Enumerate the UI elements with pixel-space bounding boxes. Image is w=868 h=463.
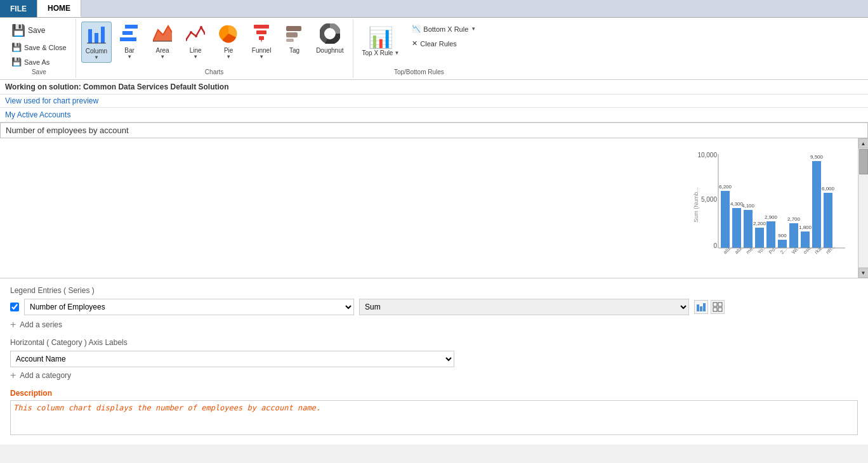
pie-chart-icon <box>219 23 238 47</box>
svg-marker-18 <box>261 40 262 42</box>
chart-type-column-button[interactable]: Column ▼ <box>81 22 112 63</box>
top-x-rule-label: Top X Rule ▼ <box>362 49 400 56</box>
add-category-label: Add a category <box>20 371 71 380</box>
save-button[interactable]: 💾 Save <box>8 22 70 39</box>
scroll-track[interactable] <box>859 149 868 267</box>
series-grid-icon-btn[interactable] <box>711 300 725 314</box>
description-textarea[interactable]: This column chart displays the number of… <box>10 400 858 435</box>
svg-rect-36 <box>766 221 775 248</box>
series-bar-chart-icon-btn[interactable] <box>694 300 708 314</box>
svg-rect-2 <box>101 27 105 43</box>
bottom-x-rule-icon: 📉 <box>412 25 421 33</box>
svg-rect-4 <box>125 25 138 29</box>
scroll-down-button[interactable]: ▼ <box>858 268 869 278</box>
tab-home[interactable]: HOME <box>37 0 81 17</box>
chart-preview: 10,000 5,000 0 Sum (Numb... 6,200 4,300 … <box>0 138 858 278</box>
series-checkbox[interactable] <box>10 303 19 311</box>
active-accounts-text: My Active Accounts <box>5 110 70 119</box>
scroll-thumb[interactable] <box>859 149 868 174</box>
svg-point-10 <box>190 31 192 34</box>
area-chart-icon <box>153 23 172 47</box>
bottom-x-rule-button[interactable]: 📉 Bottom X Rule ▼ <box>408 23 480 35</box>
chart-type-pie-button[interactable]: Pie ▼ <box>213 22 244 62</box>
solution-bar: Working on solution: Common Data Service… <box>0 80 868 95</box>
view-text: View used for chart preview <box>5 96 98 105</box>
svg-text:4,100: 4,100 <box>742 203 755 209</box>
svg-rect-32 <box>744 210 753 248</box>
line-chart-icon <box>186 23 205 47</box>
bar-dropdown-arrow: ▼ <box>127 54 132 60</box>
category-field-select[interactable]: Account Name <box>10 351 454 367</box>
active-accounts-bar[interactable]: My Active Accounts <box>0 108 868 122</box>
clear-rules-icon: ✕ <box>412 39 418 48</box>
svg-text:6,000: 6,000 <box>822 186 835 192</box>
bar-chart-icon <box>120 23 139 47</box>
funnel-label: Funnel <box>252 47 272 54</box>
svg-rect-44 <box>812 161 821 248</box>
area-label: Area <box>156 47 169 54</box>
svg-text:1,800: 1,800 <box>799 225 812 230</box>
area-dropdown-arrow: ▼ <box>160 54 165 60</box>
svg-rect-28 <box>721 191 730 248</box>
doughnut-label: Doughnut <box>316 47 343 54</box>
bottom-panel: Legend Entries ( Series ) Number of Empl… <box>0 278 868 445</box>
tab-file[interactable]: FILE <box>0 0 37 17</box>
svg-rect-63 <box>713 303 717 306</box>
series-field-select[interactable]: Number of Employees <box>24 299 354 315</box>
svg-point-23 <box>326 30 334 37</box>
svg-point-12 <box>200 26 202 29</box>
chart-type-funnel-button[interactable]: Funnel ▼ <box>246 22 277 62</box>
svg-rect-66 <box>718 308 722 311</box>
line-label: Line <box>190 47 202 54</box>
doughnut-chart-icon <box>320 23 340 47</box>
line-dropdown-arrow: ▼ <box>193 54 198 60</box>
add-series-row[interactable]: + Add a series <box>10 319 858 330</box>
save-close-button[interactable]: 💾 Save & Close <box>8 41 70 54</box>
svg-rect-62 <box>703 303 706 311</box>
svg-rect-20 <box>286 32 298 37</box>
chart-type-doughnut-button[interactable]: Doughnut <box>312 22 347 56</box>
save-close-icon: 💾 <box>11 42 22 52</box>
save-as-icon: 💾 <box>11 57 22 67</box>
view-bar[interactable]: View used for chart preview <box>0 95 868 108</box>
column-chart-icon <box>87 24 106 48</box>
funnel-chart-icon <box>252 23 271 47</box>
legend-entries-label: Legend Entries ( Series ) <box>10 286 858 295</box>
add-series-label: Add a series <box>20 320 62 329</box>
save-group-label: Save <box>8 68 70 75</box>
description-label: Description <box>10 389 858 398</box>
bar-label: Bar <box>124 47 135 54</box>
svg-rect-1 <box>95 33 98 43</box>
pie-dropdown-arrow: ▼ <box>226 54 231 60</box>
svg-rect-5 <box>122 31 133 35</box>
chart-title-bar: Number of employees by account <box>0 122 868 138</box>
svg-rect-61 <box>700 306 702 311</box>
top-x-rule-button[interactable]: 📊 Top X Rule ▼ <box>358 22 404 60</box>
series-row: Number of Employees Sum <box>10 299 858 315</box>
svg-text:2,700: 2,700 <box>787 216 801 222</box>
save-icon: 💾 <box>11 23 25 37</box>
add-category-row[interactable]: + Add a category <box>10 370 858 381</box>
series-agg-select[interactable]: Sum <box>359 299 689 315</box>
svg-text:6,200: 6,200 <box>719 184 732 190</box>
chart-scrollbar: ▲ ▼ <box>858 138 868 278</box>
svg-rect-21 <box>286 39 294 42</box>
save-label: Save <box>28 26 45 35</box>
save-as-button[interactable]: 💾 Save As <box>8 55 70 68</box>
scroll-up-button[interactable]: ▲ <box>858 138 869 148</box>
chart-type-line-button[interactable]: Line ▼ <box>180 22 211 62</box>
clear-rules-button[interactable]: ✕ Clear Rules <box>408 37 480 49</box>
chart-type-tag-button[interactable]: Tag <box>279 22 310 56</box>
svg-rect-60 <box>697 304 699 311</box>
chart-type-bar-button[interactable]: Bar ▼ <box>114 22 145 62</box>
svg-rect-0 <box>88 29 92 43</box>
chart-type-area-button[interactable]: Area ▼ <box>147 22 178 62</box>
clear-rules-label: Clear Rules <box>420 40 456 48</box>
bottom-x-rule-label: Bottom X Rule <box>423 25 468 33</box>
svg-text:2,900: 2,900 <box>765 214 778 220</box>
solution-text: Working on solution: Common Data Service… <box>5 82 228 91</box>
svg-text:0: 0 <box>713 242 717 249</box>
svg-rect-30 <box>732 208 741 248</box>
svg-text:Sum (Numb...: Sum (Numb... <box>693 187 699 223</box>
add-category-plus-icon: + <box>10 370 16 381</box>
